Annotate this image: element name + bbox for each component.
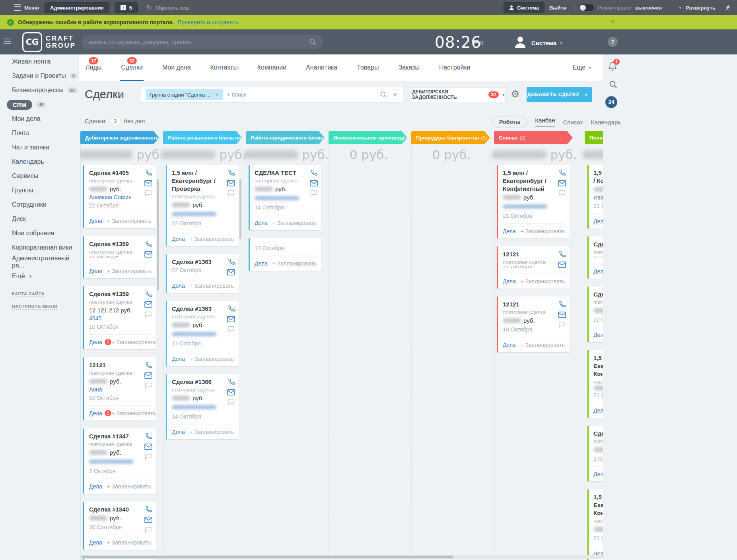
phone-icon[interactable] bbox=[145, 169, 152, 176]
sidebar-item-корпоративная-вики[interactable]: Корпоративная вики bbox=[0, 240, 80, 255]
kanban-column-header[interactable]: Исполнительное производст...(0) bbox=[329, 131, 407, 144]
deal-plan-link[interactable]: + Запланировать bbox=[190, 429, 234, 435]
deal-plan-link[interactable]: + Запланировать bbox=[111, 339, 156, 345]
notifications-bell[interactable]: 1 bbox=[608, 62, 617, 73]
tab-заказы[interactable]: Заказы bbox=[397, 64, 420, 81]
deal-card[interactable]: 12121повторная сделкаруб.Анна10 ОктябряД… bbox=[83, 357, 156, 420]
reset-cache-button[interactable]: ↻ Сбросить кеш bbox=[146, 4, 189, 11]
filter-clear-icon[interactable]: ✕ bbox=[393, 91, 398, 99]
deal-plan-link[interactable]: + Запланировать bbox=[521, 278, 565, 285]
sidebar-item-живая-лента[interactable]: Живая лента bbox=[0, 54, 80, 69]
chat-icon[interactable] bbox=[228, 190, 235, 196]
sidebar-footer-link[interactable]: НАСТРОИТЬ МЕНЮ bbox=[12, 304, 57, 310]
global-search[interactable] bbox=[82, 35, 323, 49]
deal-activities-link[interactable]: Дела bbox=[593, 218, 603, 225]
rail-search-button[interactable] bbox=[609, 80, 617, 90]
deal-card[interactable]: Сделка #1366повторная сделкаруб.14 Октяб… bbox=[166, 374, 239, 439]
deal-card[interactable]: Сделка #1347повторная сделкаруб.2 Октябр… bbox=[83, 428, 156, 494]
deal-card[interactable]: 14 ОктябряДела+ Запланировать bbox=[249, 238, 321, 271]
tab-лиды[interactable]: Лиды17 bbox=[85, 64, 102, 81]
expand-button[interactable]: ▼ Развернуть bbox=[678, 5, 716, 11]
deal-contact-link[interactable]: Анна bbox=[89, 386, 151, 393]
phone-icon[interactable] bbox=[145, 432, 152, 440]
info-counter-button[interactable]: i 5 bbox=[115, 2, 138, 13]
deal-activities-link[interactable]: Дела1 bbox=[89, 339, 111, 345]
deal-plan-link[interactable]: + Запланировать bbox=[190, 283, 234, 289]
mail-icon[interactable] bbox=[227, 269, 235, 275]
deal-plan-link[interactable]: + Запланировать bbox=[107, 539, 151, 546]
chat-icon[interactable] bbox=[228, 326, 235, 332]
kanban-column-header[interactable]: Полностью оплачен bbox=[585, 131, 603, 144]
sidebar-item-мои-собрания[interactable]: Мои собрания bbox=[0, 226, 80, 240]
avatar[interactable] bbox=[515, 36, 526, 50]
mail-icon[interactable] bbox=[558, 262, 566, 268]
deal-plan-link[interactable]: + Запланировать bbox=[107, 483, 151, 490]
deal-card[interactable]: 1,5 млн. / Москва / Конфликтныйруб.Иван … bbox=[587, 165, 603, 229]
filter-preset-dropdown[interactable]: ДЕБИТОРСКАЯ ЗАДОЛЖЕННОСТЬ 32 ▼ bbox=[412, 87, 506, 102]
phone-icon[interactable] bbox=[145, 361, 152, 369]
mail-icon[interactable] bbox=[227, 389, 235, 395]
filter-chip-remove-icon[interactable]: ✕ bbox=[215, 92, 219, 98]
sidebar-item-бизнес-процессы[interactable]: Бизнес-процессы56 bbox=[0, 83, 80, 97]
kanban-column-header[interactable]: Дебиторская задолженность(11) bbox=[80, 131, 159, 144]
sidebar-item-почта[interactable]: Почта bbox=[0, 126, 80, 140]
deal-card[interactable]: Сделка #1405повторная сделкаруб.Алимова … bbox=[83, 165, 156, 228]
flag-counter[interactable]: 0 bbox=[474, 40, 483, 46]
sidebar-item-сотрудники[interactable]: Сотрудники bbox=[0, 198, 80, 212]
deal-plan-link[interactable]: + Запланировать bbox=[190, 356, 234, 362]
view-канбан[interactable]: Канбан bbox=[535, 117, 555, 127]
deal-activities-link[interactable]: Дела bbox=[503, 228, 516, 234]
deal-activities-link[interactable]: Дела bbox=[172, 283, 185, 289]
sidebar-item-календарь[interactable]: Календарь bbox=[0, 155, 80, 169]
chat-icon[interactable] bbox=[145, 527, 152, 533]
deal-activities-link[interactable]: Дела bbox=[503, 278, 516, 285]
global-search-input[interactable] bbox=[88, 38, 309, 46]
sidebar-item-административный-ра-[interactable]: Административный ра... bbox=[0, 255, 80, 269]
sidebar-item-диск[interactable]: Диск bbox=[0, 212, 80, 226]
deal-card[interactable]: 1,5 млн / Екатеринбург / Контактныйповто… bbox=[587, 489, 603, 560]
chat-icon[interactable] bbox=[145, 382, 152, 389]
deal-contact-link[interactable]: 4545 bbox=[89, 315, 151, 322]
mail-icon[interactable] bbox=[310, 180, 318, 186]
sidebar-item-задачи-и-проекты[interactable]: Задачи и Проекты8 bbox=[0, 69, 80, 83]
deal-contact-link[interactable]: Иван Владимирович bbox=[593, 194, 603, 202]
sidebar-footer-link[interactable]: КАРТА САЙТА bbox=[12, 291, 45, 297]
kanban-column-header[interactable]: Списан(2) bbox=[494, 131, 573, 144]
deal-plan-link[interactable]: + Запланировать bbox=[107, 218, 151, 224]
deal-card[interactable]: 12121повторная сделка21 ОктябряДела+ Зап… bbox=[497, 246, 570, 289]
favorite-star-icon[interactable]: ☆ bbox=[118, 90, 126, 101]
deal-activities-link[interactable]: Дела bbox=[503, 342, 516, 348]
phone-icon[interactable] bbox=[228, 258, 235, 265]
sidebar-item-crm[interactable]: CRM49 bbox=[0, 97, 80, 112]
column-scrollbar-thumb[interactable] bbox=[157, 179, 159, 291]
administration-button[interactable]: Администрирование bbox=[45, 2, 109, 13]
gear-icon[interactable]: ⚙ bbox=[511, 88, 519, 100]
chat-icon[interactable] bbox=[145, 311, 152, 318]
sidebar-item-сервисы[interactable]: Сервисы bbox=[0, 169, 80, 183]
deal-card[interactable]: 1,5 млн / Екатеринбург / Конфликтныйруб.… bbox=[497, 165, 570, 238]
phone-icon[interactable] bbox=[558, 250, 566, 258]
deal-activities-link[interactable]: Дела bbox=[255, 220, 268, 226]
chat-icon[interactable] bbox=[558, 322, 566, 328]
edit-mode-toggle[interactable] bbox=[579, 4, 594, 11]
sidebar-item-ещё[interactable]: Ещё▼ bbox=[0, 269, 80, 283]
mail-icon[interactable] bbox=[144, 251, 152, 258]
system-user-button[interactable]: Система bbox=[504, 2, 544, 13]
sidebar-hamburger-icon[interactable] bbox=[4, 39, 11, 44]
chat-icon[interactable] bbox=[145, 190, 152, 196]
tab-мои-дела[interactable]: Мои дела bbox=[161, 64, 192, 81]
deal-activities-link[interactable]: Дела bbox=[172, 356, 185, 362]
chat-icon[interactable] bbox=[228, 399, 235, 405]
deal-card[interactable]: Сделка #1408повторная сделкаруб.22 Октяб… bbox=[587, 287, 603, 342]
view-роботы[interactable]: Роботы bbox=[492, 116, 527, 128]
search-icon[interactable] bbox=[380, 91, 387, 98]
mail-icon[interactable] bbox=[144, 517, 152, 523]
phone-icon[interactable] bbox=[558, 300, 566, 308]
phone-icon[interactable] bbox=[558, 169, 566, 176]
kanban-column-header[interactable]: Работа юридического блока ...(1) bbox=[246, 131, 325, 144]
mail-icon[interactable] bbox=[144, 444, 152, 450]
mail-icon[interactable] bbox=[227, 180, 235, 186]
kanban-column-header[interactable]: Процедуры банкротства(0) bbox=[411, 131, 490, 144]
view-список[interactable]: Список bbox=[563, 119, 583, 126]
tab-контакты[interactable]: Контакты bbox=[210, 64, 239, 81]
